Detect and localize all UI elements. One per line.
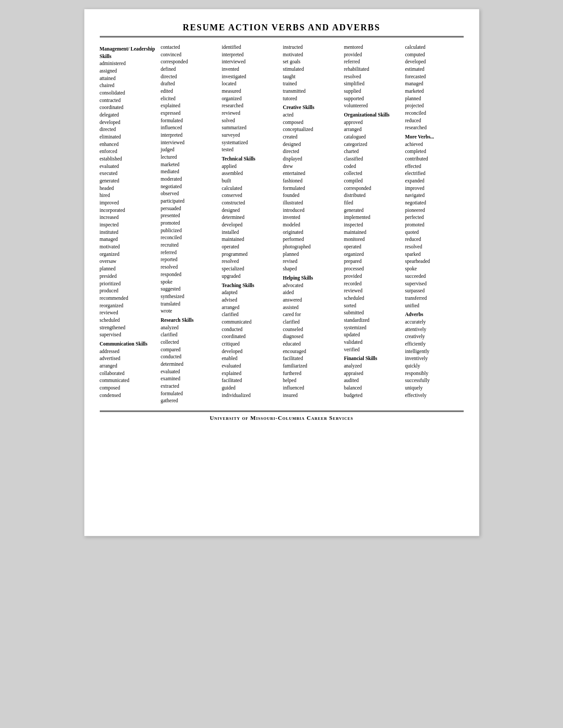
word-item: elicited — [161, 95, 219, 102]
word-item: aided — [283, 289, 341, 296]
word-item: submitted — [344, 309, 403, 317]
word-item: reviewed — [344, 287, 403, 295]
word-item: spearheaded — [405, 258, 464, 265]
word-item: individualized — [222, 392, 280, 399]
word-item: performed — [283, 236, 341, 243]
word-item: directed — [161, 73, 219, 80]
word-item: presented — [161, 212, 219, 219]
word-item: displayed — [283, 155, 341, 163]
word-item: computed — [405, 51, 464, 58]
word-item: measured — [222, 87, 280, 95]
word-item: directed — [100, 126, 158, 133]
word-item: delegated — [100, 111, 158, 119]
word-item: explained — [161, 102, 219, 109]
word-item: identified — [222, 44, 280, 51]
word-item: invented — [222, 66, 280, 73]
word-item: managed — [405, 80, 464, 87]
word-item: instituted — [100, 229, 158, 236]
word-item: scheduled — [344, 295, 403, 302]
word-item: balanced — [344, 384, 403, 392]
word-item: updated — [344, 331, 403, 339]
word-item: compiled — [344, 177, 403, 185]
word-item: formulated — [161, 390, 219, 397]
word-item: upgraded — [222, 273, 280, 280]
word-item: charted — [344, 148, 403, 155]
word-item: administered — [100, 60, 158, 67]
word-item: calculated — [222, 185, 280, 192]
word-item: contracted — [100, 97, 158, 104]
word-item: critiqued — [222, 340, 280, 348]
word-item: inspected — [100, 221, 158, 229]
word-item: clarified — [161, 331, 219, 339]
word-item: incorporated — [100, 207, 158, 214]
word-item: referred — [161, 249, 219, 256]
word-item: established — [100, 155, 158, 163]
word-item: systemized — [344, 324, 403, 331]
word-item: researched — [405, 124, 464, 131]
word-item: built — [222, 177, 280, 185]
word-item: interpreted — [222, 51, 280, 58]
word-item: clarified — [283, 318, 341, 326]
word-item: oversaw — [100, 258, 158, 265]
word-item: organized — [344, 251, 403, 258]
section-header-3-1: Creative Skills — [283, 104, 341, 111]
word-item: reduced — [405, 236, 464, 243]
word-item: diagnosed — [283, 333, 341, 340]
footer: University of Missouri-Columbia Career S… — [100, 411, 464, 422]
word-item: determined — [161, 360, 219, 368]
word-item: organized — [222, 95, 280, 102]
word-item: reviewed — [100, 309, 158, 317]
word-item: surveyed — [222, 131, 280, 139]
section-header-5-1: More Verbs... — [405, 133, 464, 141]
word-item: determined — [222, 214, 280, 221]
word-item: managed — [100, 236, 158, 243]
word-item: inventively — [405, 355, 464, 362]
word-item: evaluated — [222, 362, 280, 370]
word-item: participated — [161, 197, 219, 205]
word-item: advised — [222, 296, 280, 304]
word-item: supported — [344, 95, 403, 102]
word-item: composed — [100, 384, 158, 392]
word-item: estimated — [405, 66, 464, 73]
word-item: explained — [222, 370, 280, 377]
column-5: calculatedcomputeddevelopedestimatedfore… — [405, 44, 464, 404]
word-item: developed — [100, 119, 158, 126]
word-item: educated — [283, 340, 341, 348]
word-item: observed — [161, 190, 219, 197]
word-item: sorted — [344, 302, 403, 309]
word-item: marketed — [405, 87, 464, 95]
word-item: composed — [283, 119, 341, 126]
word-item: processed — [344, 265, 403, 273]
word-item: resolved — [222, 258, 280, 265]
word-item: acted — [283, 111, 341, 119]
section-header-2-2: Teaching Skills — [222, 282, 280, 289]
word-item: specialized — [222, 265, 280, 273]
word-item: entertained — [283, 170, 341, 177]
word-item: guided — [222, 384, 280, 392]
word-item: supervised — [100, 331, 158, 339]
word-item: expanded — [405, 177, 464, 185]
word-item: reduced — [405, 117, 464, 124]
word-item: referred — [344, 58, 403, 66]
word-item: conserved — [222, 192, 280, 199]
word-item: investigated — [222, 73, 280, 80]
word-item: improved — [100, 199, 158, 207]
word-item: corresponded — [161, 58, 219, 66]
word-item: defined — [161, 66, 219, 73]
word-item: transferred — [405, 295, 464, 302]
word-item: set goals — [283, 58, 341, 66]
word-item: condensed — [100, 392, 158, 399]
word-item: planned — [283, 251, 341, 258]
word-item: uniquely — [405, 384, 464, 392]
section-header-4-2: Financial Skills — [344, 355, 403, 362]
word-item: generated — [344, 207, 403, 214]
word-item: addressed — [100, 348, 158, 355]
word-item: insured — [283, 392, 341, 399]
word-item: electrified — [405, 170, 464, 177]
word-item: mentored — [344, 44, 403, 51]
word-item: furthered — [283, 370, 341, 377]
word-item: suggested — [161, 285, 219, 293]
word-item: rehabilitated — [344, 66, 403, 73]
word-item: maintained — [344, 229, 403, 236]
word-item: researched — [222, 102, 280, 109]
